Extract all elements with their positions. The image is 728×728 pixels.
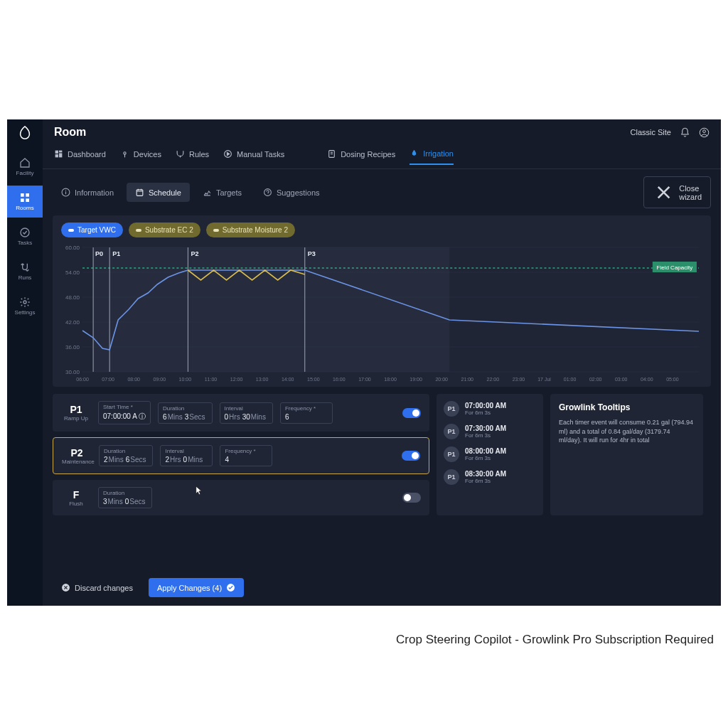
p2-toggle[interactable]	[402, 451, 420, 461]
svg-text:54.00: 54.00	[65, 269, 80, 276]
p1-duration[interactable]: Duration6Mins3Secs	[158, 402, 212, 424]
left-rail: Facility Rooms Tasks Runs Settings	[7, 119, 43, 606]
svg-text:22:00: 22:00	[487, 377, 500, 382]
svg-text:Field Capacity: Field Capacity	[657, 264, 693, 271]
p2-frequency[interactable]: Frequency *4	[220, 445, 272, 466]
svg-text:09:00: 09:00	[154, 377, 166, 382]
svg-rect-8	[55, 151, 58, 154]
svg-text:36.00: 36.00	[65, 344, 80, 350]
svg-point-5	[23, 301, 26, 304]
svg-rect-0	[21, 193, 24, 197]
main-area: Room Classic Site Dashboard Devices Rule…	[43, 119, 721, 606]
svg-text:14:00: 14:00	[282, 377, 294, 382]
svg-text:16:00: 16:00	[333, 377, 346, 382]
schedule-item: P108:30:00 AMFor 6m 3s	[444, 469, 536, 485]
content: Information Schedule Targets Suggestions…	[43, 169, 721, 575]
svg-text:23:00: 23:00	[513, 377, 525, 382]
tab-manual-tasks[interactable]: Manual Tasks	[223, 149, 284, 164]
image-caption: Crop Steering Copilot - Growlink Pro Sub…	[0, 633, 714, 647]
svg-text:19:00: 19:00	[410, 377, 422, 382]
svg-text:10:00: 10:00	[179, 377, 192, 382]
chart: 60.0054.0048.00 42.0036.0030.00 Field Ca…	[61, 242, 702, 382]
top-right: Classic Site	[631, 127, 710, 138]
tab-rules[interactable]: Rules	[176, 149, 209, 164]
subtab-schedule[interactable]: Schedule	[127, 183, 190, 202]
svg-rect-9	[59, 151, 62, 153]
chip-target-vwc[interactable]: Target VWC	[61, 223, 123, 237]
svg-text:P1: P1	[112, 250, 120, 257]
bell-icon[interactable]	[680, 127, 690, 138]
schedule-item: P107:30:00 AMFor 6m 3s	[444, 424, 536, 439]
schedule-item: P108:00:00 AMFor 6m 3s	[444, 446, 536, 462]
chart-card: Target VWC Substrate EC 2 Substrate Mois…	[53, 215, 711, 387]
p1-start-time[interactable]: Start Time *07:00:00 A ⓘ	[98, 401, 151, 424]
svg-rect-20	[136, 190, 143, 196]
svg-text:07:00: 07:00	[102, 377, 114, 382]
tab-irrigation[interactable]: Irrigation	[410, 149, 454, 165]
rail-facility[interactable]: Facility	[7, 151, 43, 183]
phase-card-flush: FFlush Duration3Mins0Secs	[53, 480, 429, 515]
svg-text:04:00: 04:00	[641, 377, 653, 382]
subtab-suggestions[interactable]: Suggestions	[255, 183, 328, 202]
rail-rooms[interactable]: Rooms	[7, 186, 43, 218]
rail-settings[interactable]: Settings	[7, 290, 43, 322]
svg-text:60.00: 60.00	[65, 245, 80, 251]
user-icon[interactable]	[699, 127, 710, 138]
tooltip-title: Growlink Tooltips	[559, 402, 695, 412]
svg-point-4	[21, 228, 29, 237]
tab-dosing-recipes[interactable]: Dosing Recipes	[327, 149, 395, 164]
p1-interval[interactable]: Interval0Hrs30Mins	[220, 402, 273, 424]
svg-rect-10	[59, 153, 62, 157]
p2-duration[interactable]: Duration2Mins6Secs	[99, 445, 153, 466]
p2-interval[interactable]: Interval2Hrs0Mins	[160, 445, 213, 466]
chip-substrate-moisture[interactable]: Substrate Moisture 2	[206, 223, 295, 237]
tooltip-body: Each timer event will consume 0.21 gal (…	[559, 418, 695, 445]
svg-text:08:00: 08:00	[127, 377, 140, 382]
subtabs: Information Schedule Targets Suggestions	[53, 183, 328, 202]
schedule-item: P107:00:00 AMFor 6m 3s	[444, 401, 536, 417]
tab-devices[interactable]: Devices	[120, 149, 161, 164]
svg-point-12	[124, 152, 126, 154]
discard-button[interactable]: Discard changes	[53, 578, 141, 597]
svg-text:03:00: 03:00	[615, 377, 628, 382]
svg-text:17:00: 17:00	[358, 377, 371, 382]
svg-text:02:00: 02:00	[589, 377, 602, 382]
subtab-information[interactable]: Information	[53, 183, 122, 202]
svg-text:15:00: 15:00	[307, 377, 320, 382]
svg-rect-27	[93, 247, 449, 372]
chip-substrate-ec[interactable]: Substrate EC 2	[129, 223, 200, 237]
app-frame: Facility Rooms Tasks Runs Settings Room …	[7, 119, 721, 606]
tab-strip: Dashboard Devices Rules Manual Tasks Dos…	[43, 145, 721, 169]
svg-text:P0: P0	[95, 250, 103, 257]
svg-text:20:00: 20:00	[435, 377, 448, 382]
svg-text:P3: P3	[308, 250, 316, 257]
tab-dashboard[interactable]: Dashboard	[54, 149, 106, 164]
page-title: Room	[54, 126, 86, 139]
subtab-targets[interactable]: Targets	[194, 183, 250, 202]
rail-runs[interactable]: Runs	[7, 255, 43, 287]
close-wizard-button[interactable]: Close wizard	[643, 176, 711, 208]
f-duration[interactable]: Duration3Mins0Secs	[98, 487, 152, 508]
site-label[interactable]: Classic Site	[631, 128, 671, 136]
phase-card-p2: P2Maintenance Duration2Mins6Secs Interva…	[53, 437, 429, 474]
p1-toggle[interactable]	[402, 408, 421, 418]
svg-text:12:00: 12:00	[230, 377, 243, 382]
svg-rect-3	[26, 198, 29, 202]
logo-icon	[17, 125, 33, 141]
svg-text:01:00: 01:00	[564, 377, 577, 382]
svg-point-19	[65, 190, 66, 191]
svg-text:48.00: 48.00	[65, 294, 80, 301]
svg-rect-2	[21, 198, 24, 202]
svg-rect-11	[55, 154, 58, 157]
svg-text:21:00: 21:00	[461, 377, 473, 382]
svg-text:06:00: 06:00	[76, 377, 89, 382]
svg-text:11:00: 11:00	[205, 377, 218, 382]
svg-text:17 Jul: 17 Jul	[537, 377, 551, 382]
p1-frequency[interactable]: Frequency *6	[280, 402, 333, 424]
apply-button[interactable]: Apply Changes (4)	[149, 578, 244, 597]
svg-text:13:00: 13:00	[256, 377, 269, 382]
f-toggle[interactable]	[402, 493, 421, 503]
svg-text:18:00: 18:00	[384, 377, 397, 382]
rail-tasks[interactable]: Tasks	[7, 220, 43, 252]
svg-text:42.00: 42.00	[65, 319, 80, 326]
